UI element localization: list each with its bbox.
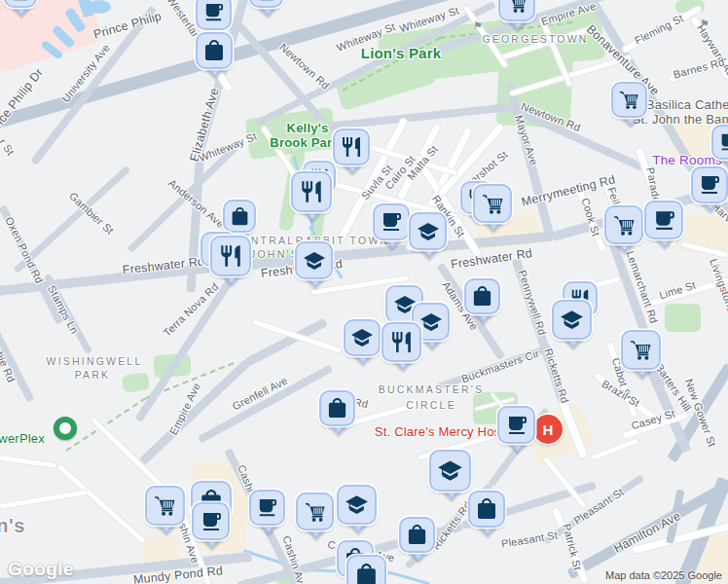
poi-marker-bag[interactable] <box>319 390 355 426</box>
poi-marker-food[interactable] <box>382 322 421 362</box>
poi-marker-food[interactable] <box>291 171 332 212</box>
poi-marker-cafe[interactable] <box>249 490 285 526</box>
bag-icon <box>399 517 435 553</box>
poi-marker-cafe[interactable] <box>497 406 535 444</box>
poi-marker-cart[interactable] <box>498 0 535 21</box>
school-icon <box>295 241 333 279</box>
cafe-icon <box>196 0 232 30</box>
bag-icon <box>468 491 505 528</box>
map-label-park: PARK <box>75 369 111 381</box>
poi-marker-food[interactable] <box>210 236 251 276</box>
bag-icon <box>319 390 355 426</box>
school-icon <box>552 300 592 340</box>
food-icon <box>382 322 421 362</box>
bag-icon <box>464 278 500 314</box>
cafe-icon <box>644 201 683 239</box>
poi-marker-cafe[interactable] <box>691 166 728 203</box>
poi-marker-cafe[interactable] <box>192 502 230 540</box>
map-label-basilica-cathedral: Basilica Cathedral <box>646 97 728 112</box>
park-area <box>665 304 701 332</box>
bag-icon <box>346 555 386 584</box>
cart-icon <box>604 205 643 244</box>
map-label-fleming-st: Fleming St <box>633 12 685 46</box>
cafe-icon <box>691 166 728 203</box>
cart-icon <box>498 0 535 21</box>
map-canvas[interactable]: Prince Philip DrPrince PhilipWesterland … <box>0 0 728 584</box>
cafe-icon <box>249 490 285 526</box>
food-icon <box>210 236 251 276</box>
cart-icon <box>473 184 512 223</box>
map-label-r-st: r St <box>0 136 17 158</box>
poi-marker-bag[interactable] <box>196 32 233 69</box>
map-label-brook-park: Brook Park <box>270 135 339 150</box>
road <box>0 456 56 468</box>
map-label-circle: CIRCLE <box>406 399 456 411</box>
road <box>198 365 333 444</box>
road <box>0 490 88 509</box>
map-label-patrick-st: Patrick St <box>561 523 584 572</box>
bag-icon <box>196 32 233 69</box>
poi-marker-cart[interactable] <box>145 486 185 526</box>
poi-marker-cafe[interactable] <box>711 125 728 160</box>
poi-marker-cafe[interactable] <box>196 0 232 30</box>
map-attribution[interactable]: Map data ©2025 Google <box>605 569 722 581</box>
bag-icon <box>4 0 37 8</box>
poi-marker-cart[interactable] <box>473 184 512 223</box>
park-trail <box>65 397 146 452</box>
stream <box>387 570 430 584</box>
poi-marker-bag[interactable] <box>223 200 256 233</box>
cafe-icon <box>373 203 410 240</box>
school-icon <box>337 485 377 525</box>
map-label-ricketts-rd: Ricketts Rd <box>542 347 570 404</box>
poi-marker-school[interactable] <box>552 300 592 340</box>
cart-icon <box>611 82 647 118</box>
poi-marker-cafe[interactable] <box>373 203 410 240</box>
poi-marker-bag[interactable] <box>249 0 283 8</box>
cafe-icon <box>497 406 535 444</box>
poi-marker-school[interactable] <box>337 485 377 525</box>
food-icon <box>291 171 332 212</box>
hospital-icon: H <box>533 415 563 444</box>
road <box>56 463 146 543</box>
map-label-lion-s-park: Lion's Park <box>361 45 441 61</box>
park-flag-icon: ⚑ <box>700 18 710 30</box>
school-icon <box>429 450 471 492</box>
poi-marker-cart[interactable] <box>604 205 643 244</box>
marker-tail <box>58 427 71 440</box>
poi-marker-bag[interactable] <box>468 491 505 528</box>
park-area <box>122 372 150 393</box>
bag-icon <box>249 0 283 8</box>
poi-marker-cafe[interactable] <box>644 201 683 239</box>
hospital-marker[interactable]: H <box>533 415 563 444</box>
poi-marker-bag[interactable] <box>4 0 37 8</box>
food-icon <box>333 128 370 165</box>
poi-marker-school[interactable] <box>429 450 471 492</box>
google-logo: Google <box>8 559 74 580</box>
bag-icon <box>223 200 256 233</box>
map-label-rd: Rd <box>353 396 369 410</box>
map-label-barnes-rd: Barnes Rd <box>672 55 725 81</box>
poi-marker-bag[interactable] <box>399 517 435 553</box>
place-dot-marker[interactable] <box>54 417 77 440</box>
poi-marker-cart[interactable] <box>611 82 647 118</box>
poi-marker-cart[interactable] <box>621 330 661 370</box>
poi-marker-bag[interactable] <box>346 555 386 584</box>
school-icon <box>409 212 447 250</box>
poi-marker-school[interactable] <box>295 241 333 279</box>
map-label-pleasant-st: Pleasant St <box>500 529 559 550</box>
park-flag-icon: ⚑ <box>473 19 483 32</box>
map-label-wishingwell: WISHINGWELL <box>47 355 143 367</box>
poi-marker-food[interactable] <box>333 128 370 165</box>
road <box>591 438 638 460</box>
poi-marker-school[interactable] <box>409 212 447 250</box>
cafe-icon <box>711 125 728 160</box>
poi-marker-bag[interactable] <box>464 278 500 314</box>
map-label-kelly-s: Kelly's <box>287 121 329 135</box>
cart-icon <box>145 486 185 526</box>
school-icon <box>344 319 381 356</box>
poi-marker-cart[interactable] <box>296 493 334 530</box>
map-label-georgestown: GEORGESTOWN <box>482 33 588 45</box>
cafe-icon <box>192 502 230 540</box>
poi-marker-school[interactable] <box>344 319 381 356</box>
map-label-powerplex: PowerPlex <box>0 431 45 446</box>
